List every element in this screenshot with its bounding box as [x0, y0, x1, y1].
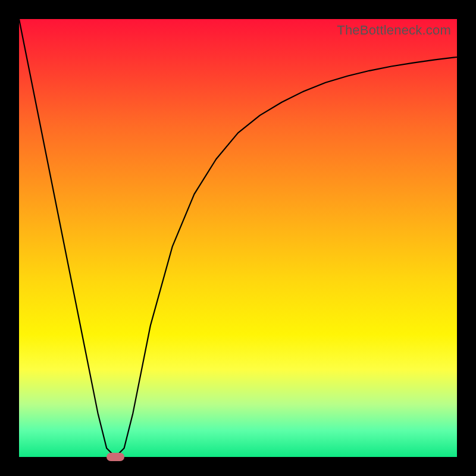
heat-gradient-background: TheBottleneck.com: [19, 19, 457, 457]
curve-path: [19, 19, 457, 457]
chart-frame: TheBottleneck.com: [0, 0, 476, 476]
bottleneck-curve: [19, 19, 457, 457]
optimal-point-marker: [107, 453, 124, 461]
